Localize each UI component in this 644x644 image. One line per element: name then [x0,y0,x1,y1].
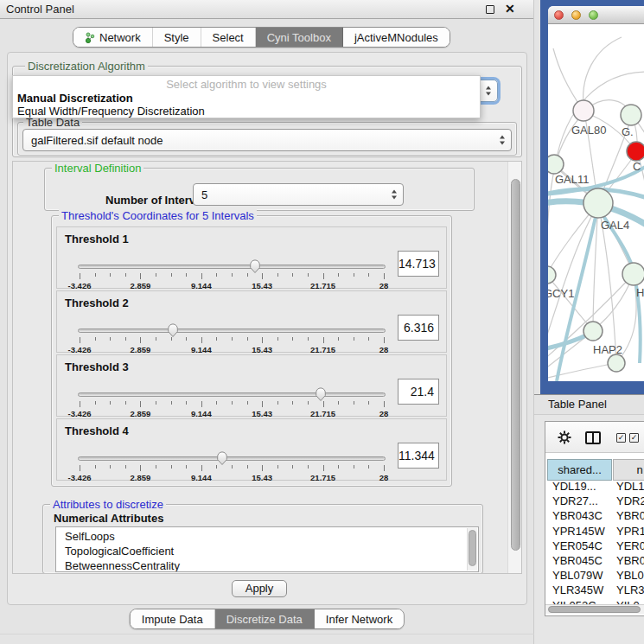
network-node-h[interactable] [622,263,644,285]
threshold-value-field[interactable]: 14.713 [398,251,439,277]
table-panel-title: Table Panel [548,395,607,414]
slider-track[interactable] [78,328,386,333]
threshold-slider[interactable]: -3.4262.8599.14415.4321.71528 [78,324,386,352]
menu-item-manual-discretization[interactable]: Manual Discretization [17,92,133,105]
numerical-attributes-list[interactable]: SelfLoopsTopologicalCoefficientBetweenne… [55,526,479,572]
column-header-name[interactable]: n [613,459,644,481]
tab-impute-data[interactable]: Impute Data [131,609,215,628]
tick-mark [216,273,217,277]
node-label: GCY1 [548,287,574,300]
tab-style[interactable]: Style [153,28,201,47]
list-scrollbar-thumb[interactable] [469,530,476,566]
threshold-value-field[interactable]: 6.316 [398,315,439,341]
list-scrollbar[interactable] [467,528,477,571]
network-view-window[interactable]: GAL80G.CGAL11GAL4GCY1HHAP2 [548,6,644,381]
tab-cyni-toolbox[interactable]: Cyni Toolbox [256,28,343,47]
close-traffic-light-icon[interactable] [554,10,564,20]
tick-mark [262,401,263,407]
slider-track[interactable] [78,392,386,397]
list-item[interactable]: BetweennessCentrality [56,558,478,572]
network-node-gal80[interactable] [573,100,594,121]
menu-item-equal-width-frequency[interactable]: Equal Width/Frequency Discretization [17,105,205,118]
table-data-combo[interactable]: galFiltered.sif default node [22,129,512,151]
slider-track[interactable] [78,456,386,461]
tick-mark [186,401,187,405]
table-cell: YER054C [552,539,613,552]
table-row[interactable]: YDL19...YDL1... [545,479,644,494]
apply-button[interactable]: Apply [232,580,287,597]
tab-discretize-data[interactable]: Discretize Data [215,609,315,628]
list-item[interactable]: SelfLoops [56,527,478,544]
network-node-gcy1[interactable] [548,266,556,284]
vertical-scrollbar-thumb[interactable] [511,179,520,551]
slider-thumb-icon[interactable] [249,258,262,274]
tick-mark [323,401,324,407]
split-panel-icon[interactable] [585,431,601,444]
minimize-traffic-light-icon[interactable] [571,10,581,20]
tick-mark [338,273,339,277]
slider-thumb-icon[interactable] [167,322,180,338]
tick-mark [156,273,156,277]
threshold-value-field[interactable]: 11.344 [398,443,439,469]
tick-mark [216,337,217,341]
checkbox-icon[interactable] [629,433,639,443]
network-node-gal4[interactable] [583,188,613,218]
network-node-gal11[interactable] [548,155,564,174]
table-row[interactable]: YIL052CYIL0... [545,598,644,605]
tick-label: 28 [379,473,389,482]
group-title: Threshold's Coordinates for 5 Intervals [59,209,257,222]
tick-mark [125,401,126,405]
table-row[interactable]: YBR043CYBR0... [545,508,644,523]
zoom-traffic-light-icon[interactable] [589,10,598,20]
tick-mark [247,273,248,277]
vertical-scrollbar[interactable] [507,162,522,573]
slider-thumb-icon[interactable] [216,450,229,466]
threshold-slider[interactable]: -3.4262.8599.14415.4321.71528 [78,260,386,288]
checkbox-icon[interactable] [616,433,626,443]
table-cell: YDR2... [616,494,644,507]
close-icon[interactable]: ✕ [505,2,515,16]
tick-mark [323,273,324,279]
tick-label: 21.715 [310,473,335,482]
tick-mark [125,337,126,341]
table-cell: YPR145W [552,525,613,538]
column-header-shared-name[interactable]: shared... [547,459,612,481]
table-row[interactable]: YDR27...YDR2... [545,494,644,508]
tick-mark [292,401,293,405]
table-row[interactable]: YBR045CYBR0... [545,553,644,568]
float-window-icon[interactable] [486,5,494,14]
tick-label: 21.715 [310,281,335,290]
network-edge[interactable] [548,166,555,275]
node-label: GAL80 [571,124,606,137]
horizontal-scrollbar-thumb[interactable] [548,606,641,613]
number-of-intervals-combo[interactable]: 5 [193,183,404,206]
network-node-g-[interactable] [621,105,641,125]
table-row[interactable]: YBL079WYBL0... [545,568,644,583]
threshold-value-field[interactable]: 21.4 [398,379,439,405]
tick-mark [186,273,187,277]
list-item[interactable]: TopologicalCoefficient [56,544,478,558]
network-canvas[interactable]: GAL80G.CGAL11GAL4GCY1HHAP2 [548,24,644,381]
tab-jactivemnodules[interactable]: jActiveMNodules [343,28,450,47]
tab-network[interactable]: Network [73,28,153,47]
tab-select[interactable]: Select [201,28,256,47]
network-node-hap2[interactable] [583,322,603,341]
slider-thumb-icon[interactable] [315,386,328,402]
horizontal-scrollbar[interactable] [545,604,644,614]
slider-track[interactable] [78,265,386,269]
table-toolbar [545,422,644,453]
threshold-label: Threshold 2 [65,296,129,309]
table-row[interactable]: YLR345WYLR3... [545,583,644,597]
network-node[interactable] [608,354,625,372]
tab-infer-network[interactable]: Infer Network [315,609,404,628]
table-row[interactable]: YPR145WYPR1... [545,524,644,539]
threshold-slider[interactable]: -3.4262.8599.14415.4321.71528 [78,452,386,480]
tick-mark [171,273,172,277]
network-node-c[interactable] [627,142,644,161]
table-row[interactable]: YER054CYER0... [545,539,644,553]
threshold-slider[interactable]: -3.4262.8599.14415.4321.71528 [78,388,386,416]
slider-ticks [80,337,384,344]
gear-icon[interactable] [558,430,571,444]
tick-mark [171,465,172,469]
tick-mark [201,401,202,407]
